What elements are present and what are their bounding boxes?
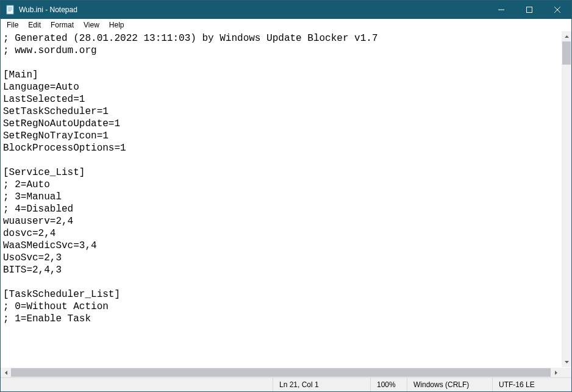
notepad-icon [5,5,15,15]
scroll-track-horizontal[interactable] [1,368,561,377]
svg-rect-6 [527,7,532,13]
window-title: Wub.ini - Notepad [19,5,487,14]
scroll-down-arrow-icon[interactable] [562,357,571,367]
scroll-left-arrow-icon[interactable] [1,368,11,377]
status-encoding: UTF-16 LE [492,378,571,391]
status-cursor-position: Ln 21, Col 1 [273,378,370,391]
menu-file[interactable]: File [2,20,23,30]
editor-area: ; Generated (28.01.2022 13:11:03) by Win… [1,31,571,367]
minimize-button[interactable] [487,1,515,19]
menubar: File Edit Format View Help [1,19,571,31]
maximize-button[interactable] [515,1,543,19]
titlebar[interactable]: Wub.ini - Notepad [1,1,571,19]
scroll-up-arrow-icon[interactable] [562,31,571,41]
menu-edit[interactable]: Edit [23,20,46,30]
menu-help[interactable]: Help [104,20,129,30]
text-editor[interactable]: ; Generated (28.01.2022 13:11:03) by Win… [1,31,561,367]
scroll-thumb-vertical[interactable] [562,41,571,65]
status-line-ending: Windows (CRLF) [407,378,492,391]
window-controls [487,1,571,19]
scroll-right-arrow-icon[interactable] [551,368,561,377]
scroll-thumb-horizontal[interactable] [11,368,551,377]
scroll-track-vertical[interactable] [562,41,571,357]
vertical-scrollbar[interactable] [561,31,571,367]
menu-format[interactable]: Format [46,20,79,30]
close-button[interactable] [543,1,571,19]
status-zoom: 100% [370,378,407,391]
horizontal-scrollbar[interactable] [1,367,571,377]
statusbar: Ln 21, Col 1 100% Windows (CRLF) UTF-16 … [1,377,571,391]
menu-view[interactable]: View [79,20,104,30]
